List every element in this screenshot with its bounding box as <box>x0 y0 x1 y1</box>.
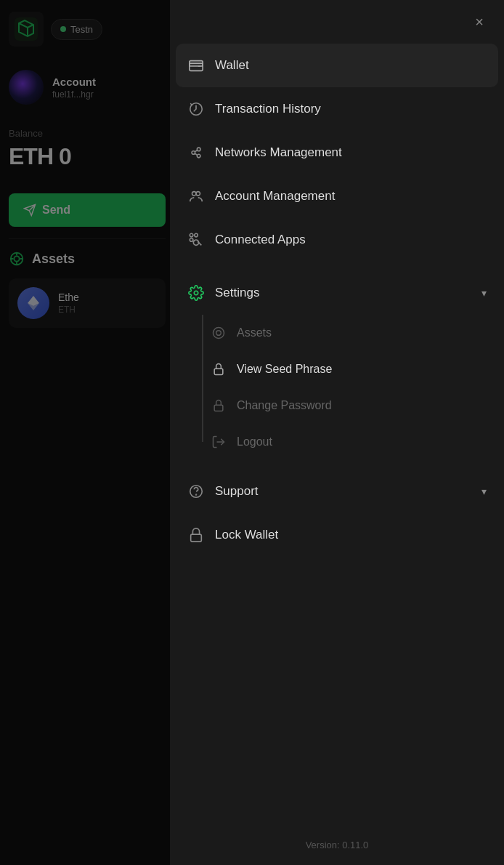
svg-rect-30 <box>191 534 202 542</box>
svg-point-22 <box>194 291 198 295</box>
logout-icon <box>211 434 227 450</box>
svg-line-13 <box>195 150 198 152</box>
submenu-item-logout[interactable]: Logout <box>190 424 498 460</box>
history-icon <box>187 100 205 118</box>
settings-chevron: ▾ <box>481 287 487 299</box>
menu-history-label: Transaction History <box>215 102 487 116</box>
svg-line-14 <box>195 153 198 155</box>
svg-point-10 <box>192 151 195 155</box>
submenu-item-view-seed-phrase[interactable]: View Seed Phrase <box>190 351 498 387</box>
menu-lock-label: Lock Wallet <box>215 528 487 542</box>
settings-submenu: Assets View Seed Phrase <box>176 315 498 460</box>
svg-rect-26 <box>214 405 223 411</box>
menu-apps-label: Connected Apps <box>215 233 487 247</box>
svg-point-19 <box>190 238 193 242</box>
menu-item-account-management[interactable]: Account Management <box>176 174 498 218</box>
svg-point-16 <box>196 192 200 196</box>
separator-1 <box>176 266 498 267</box>
menu-item-support[interactable]: Support ▾ <box>176 470 498 513</box>
menu-account-label: Account Management <box>215 189 487 204</box>
wallet-icon <box>187 57 205 74</box>
svg-point-15 <box>192 192 197 196</box>
submenu-assets-label: Assets <box>237 326 272 339</box>
svg-rect-25 <box>214 369 223 374</box>
menu-panel: × Wallet <box>170 0 504 865</box>
menu-support-label: Support <box>215 484 471 499</box>
menu-item-wallet[interactable]: Wallet <box>176 44 498 87</box>
submenu-password-label: Change Password <box>237 399 332 412</box>
svg-point-23 <box>214 328 224 339</box>
account-icon <box>187 188 205 205</box>
lock-wallet-icon <box>187 526 205 544</box>
assets-sub-icon <box>211 325 227 341</box>
menu-settings-label: Settings <box>215 286 471 300</box>
menu-networks-label: Networks Management <box>215 145 487 160</box>
submenu-item-change-password[interactable]: Change Password <box>190 387 498 424</box>
support-icon <box>187 483 205 500</box>
settings-icon <box>187 284 205 302</box>
menu-item-transaction-history[interactable]: Transaction History <box>176 87 498 131</box>
svg-point-11 <box>197 148 200 151</box>
menu-item-networks[interactable]: Networks Management <box>176 131 498 174</box>
version-text: Version: 0.11.0 <box>170 825 504 865</box>
menu-items-list: Wallet Transaction History <box>170 44 504 825</box>
menu-item-connected-apps[interactable]: Connected Apps <box>176 218 498 262</box>
network-icon <box>187 144 205 161</box>
submenu-logout-label: Logout <box>237 435 272 448</box>
separator-2 <box>176 464 498 465</box>
svg-point-12 <box>197 154 200 158</box>
svg-point-18 <box>195 233 198 237</box>
svg-point-24 <box>216 331 221 336</box>
submenu-item-assets[interactable]: Assets <box>190 315 498 351</box>
menu-item-settings[interactable]: Settings ▾ <box>176 271 498 315</box>
support-chevron: ▾ <box>481 486 487 497</box>
menu-item-lock-wallet[interactable]: Lock Wallet <box>176 513 498 557</box>
apps-icon <box>187 231 205 249</box>
lock-icon <box>211 361 227 377</box>
menu-wallet-label: Wallet <box>215 58 487 73</box>
svg-point-17 <box>190 233 193 237</box>
submenu-seed-label: View Seed Phrase <box>237 363 332 376</box>
lock2-icon <box>211 398 227 414</box>
svg-point-29 <box>196 494 197 495</box>
close-button[interactable]: × <box>469 12 489 32</box>
